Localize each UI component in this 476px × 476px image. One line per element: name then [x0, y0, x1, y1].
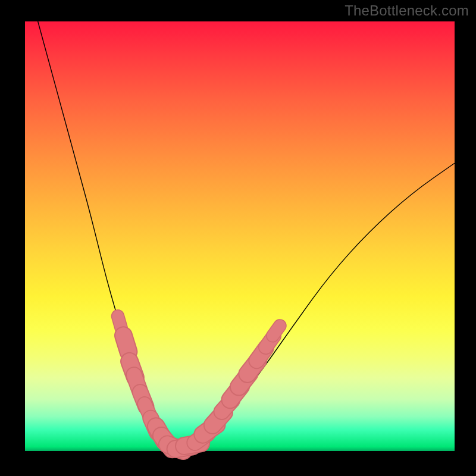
chart-frame: TheBottleneck.com — [0, 0, 476, 476]
curve-marker — [123, 336, 128, 352]
marker-layer — [118, 316, 280, 450]
curve-marker — [118, 316, 121, 328]
plot-area — [25, 21, 455, 451]
curve-marker — [273, 325, 280, 336]
curve-svg — [25, 21, 455, 451]
watermark-text: TheBottleneck.com — [345, 2, 469, 19]
